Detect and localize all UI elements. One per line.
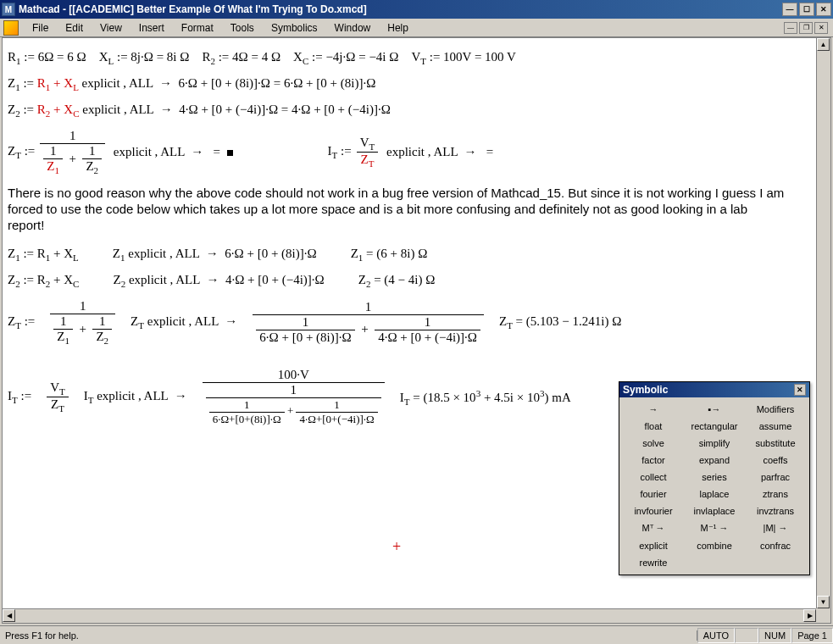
sym-factor[interactable]: factor <box>623 452 684 469</box>
sym-confrac[interactable]: confrac <box>745 537 806 554</box>
horizontal-scrollbar[interactable]: ◀ ▶ <box>3 608 816 623</box>
symbolic-toolbar-grid: → ▪→ Modifiers float rectangular assume … <box>619 397 809 575</box>
menu-format[interactable]: Format <box>173 20 222 36</box>
status-bar: Press F1 for help. AUTO NUM Page 1 <box>0 625 833 644</box>
sym-ztrans[interactable]: ztrans <box>745 486 806 502</box>
sym-collect[interactable]: collect <box>623 469 684 486</box>
menu-insert[interactable]: Insert <box>131 20 173 36</box>
symbolic-toolbar-title[interactable]: Symbolic ✕ <box>619 382 809 397</box>
equation-z2-inline[interactable]: Z2 := R2 + XC explicit , ALL → 4·Ω + [0 … <box>8 103 811 119</box>
menu-file[interactable]: File <box>24 20 57 36</box>
minimize-button[interactable]: — <box>782 3 797 16</box>
app-icon: M <box>2 3 15 16</box>
sym-transpose[interactable]: Mᵀ → <box>623 519 684 537</box>
placeholder-icon <box>227 150 233 156</box>
menu-edit[interactable]: Edit <box>57 20 92 36</box>
mdi-close-button[interactable]: ✕ <box>814 22 828 34</box>
sym-inverse[interactable]: M⁻¹ → <box>684 519 745 537</box>
sym-rectangular[interactable]: rectangular <box>684 418 745 435</box>
menu-symbolics[interactable]: Symbolics <box>263 20 326 36</box>
sym-solve[interactable]: solve <box>623 435 684 452</box>
sym-explicit[interactable]: explicit <box>623 537 684 554</box>
equation-zt-it-inline[interactable]: ZT := 1 1Z1 + 1Z2 explicit , ALL → = IT … <box>8 129 811 175</box>
status-auto: AUTO <box>697 628 735 643</box>
equation-zt-row[interactable]: ZT := 1 1Z1 + 1Z2 ZT explicit , ALL → 1 … <box>8 299 811 346</box>
equation-row-defs[interactable]: R1 := 6Ω = 6 Ω XL := 8j·Ω = 8i Ω R2 := 4… <box>8 50 811 66</box>
symbolic-toolbar-close-button[interactable]: ✕ <box>794 384 806 396</box>
maximize-button[interactable]: ☐ <box>799 3 814 16</box>
sym-substitute[interactable]: substitute <box>745 435 806 452</box>
explanation-text: There is no good reason why the above co… <box>8 186 787 233</box>
document-icon <box>3 20 19 36</box>
scroll-down-icon[interactable]: ▼ <box>817 596 830 608</box>
crosshair-cursor-icon: + <box>392 538 401 556</box>
status-num: NUM <box>758 628 791 643</box>
equation-z2-row[interactable]: Z2 := R2 + XC Z2 explicit , ALL → 4·Ω + … <box>8 273 811 289</box>
workspace: R1 := 6Ω = 6 Ω XL := 8j·Ω = 8i Ω R2 := 4… <box>2 37 831 624</box>
menu-view[interactable]: View <box>92 20 131 36</box>
close-button[interactable]: ✕ <box>816 3 831 16</box>
title-bar: M Mathcad - [[ACADEMIC] Better Example O… <box>0 0 833 19</box>
sym-fourier[interactable]: fourier <box>623 486 684 502</box>
vertical-scrollbar[interactable]: ▲ ▼ <box>816 38 830 608</box>
sym-determinant[interactable]: |M| → <box>745 519 806 537</box>
menu-bar: File Edit View Insert Format Tools Symbo… <box>0 19 833 37</box>
menu-window[interactable]: Window <box>326 20 380 36</box>
equation-z1-inline[interactable]: Z1 := R1 + XL explicit , ALL → 6·Ω + [0 … <box>8 76 811 92</box>
sym-modifiers[interactable]: Modifiers <box>745 401 806 418</box>
sym-parfrac[interactable]: parfrac <box>745 469 806 486</box>
mdi-minimize-button[interactable]: — <box>784 22 797 34</box>
scroll-corner <box>816 608 830 623</box>
sym-laplace[interactable]: laplace <box>684 486 745 502</box>
sym-float[interactable]: float <box>623 418 684 435</box>
menu-help[interactable]: Help <box>379 20 417 36</box>
scroll-right-icon[interactable]: ▶ <box>803 609 816 622</box>
scroll-up-icon[interactable]: ▲ <box>817 38 830 51</box>
sym-empty1 <box>684 554 745 571</box>
symbolic-toolbar[interactable]: Symbolic ✕ → ▪→ Modifiers float rectangu… <box>619 381 810 575</box>
status-help: Press F1 for help. <box>0 630 697 641</box>
status-blank <box>735 628 758 643</box>
sym-keyword-arrow[interactable]: ▪→ <box>684 401 745 418</box>
sym-expand[interactable]: expand <box>684 452 745 469</box>
status-page: Page 1 <box>791 628 833 643</box>
sym-invztrans[interactable]: invztrans <box>745 502 806 519</box>
sym-empty2 <box>745 554 806 571</box>
sym-combine[interactable]: combine <box>684 537 745 554</box>
scroll-left-icon[interactable]: ◀ <box>3 609 15 622</box>
sym-series[interactable]: series <box>684 469 745 486</box>
sym-rewrite[interactable]: rewrite <box>623 554 684 571</box>
sym-assume[interactable]: assume <box>745 418 806 435</box>
sym-arrow[interactable]: → <box>623 401 684 418</box>
menu-tools[interactable]: Tools <box>222 20 263 36</box>
sym-coeffs[interactable]: coeffs <box>745 452 806 469</box>
sym-invfourier[interactable]: invfourier <box>623 502 684 519</box>
sym-simplify[interactable]: simplify <box>684 435 745 452</box>
equation-z1-row[interactable]: Z1 := R1 + XL Z1 explicit , ALL → 6·Ω + … <box>8 247 811 263</box>
window-title: Mathcad - [[ACADEMIC] Better Example Of … <box>19 3 782 15</box>
sym-invlaplace[interactable]: invlaplace <box>684 502 745 519</box>
mdi-restore-button[interactable]: ❐ <box>799 22 813 34</box>
